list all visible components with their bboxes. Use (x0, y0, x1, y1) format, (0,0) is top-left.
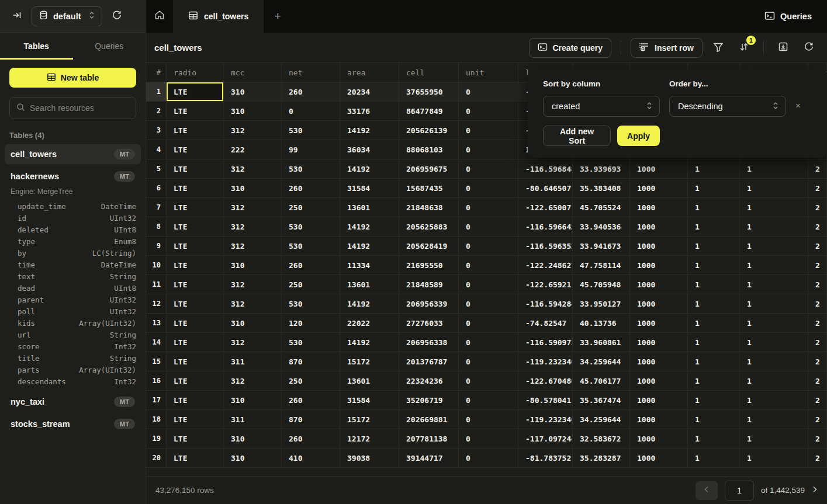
table-cell[interactable]: LTE (167, 429, 224, 449)
column-header[interactable]: mcc (224, 63, 282, 82)
download-button[interactable] (773, 38, 793, 58)
table-cell[interactable]: 310 (224, 449, 282, 468)
table-cell[interactable]: 0 (459, 333, 518, 352)
table-cell[interactable]: -122.670486 (518, 371, 573, 391)
table-cell[interactable]: 1 (688, 179, 740, 198)
table-cell[interactable]: 0 (459, 275, 518, 294)
table-cell[interactable]: 312 (224, 217, 282, 237)
table-cell[interactable]: 1 (688, 159, 740, 179)
table-cell[interactable]: 2 (808, 449, 827, 468)
table-cell[interactable]: 99 (282, 140, 340, 159)
table-cell[interactable]: -80.646507 (518, 179, 573, 198)
table-cell[interactable]: 0 (459, 159, 518, 179)
table-cell[interactable]: -122.248627 (518, 256, 573, 275)
table-cell[interactable]: 21848638 (399, 198, 459, 217)
table-cell[interactable]: 33.940536 (573, 217, 630, 237)
table-cell[interactable]: 21848589 (399, 275, 459, 294)
table-cell[interactable]: 14192 (340, 121, 399, 140)
table-cell[interactable]: 22022 (340, 314, 399, 333)
table-cell[interactable]: 1 (740, 333, 808, 352)
table-cell[interactable]: 45.705948 (573, 275, 630, 294)
table-cell[interactable]: 312 (224, 237, 282, 256)
table-cell[interactable]: 311 (224, 352, 282, 371)
table-cell[interactable]: 33.941673 (573, 237, 630, 256)
table-cell[interactable]: LTE (167, 217, 224, 237)
table-cell[interactable]: 312 (224, 294, 282, 314)
table-cell[interactable]: 2 (808, 275, 827, 294)
sidebar-item-nyc-taxi[interactable]: nyc_taxi MT (5, 392, 141, 412)
table-cell[interactable]: 530 (282, 121, 340, 140)
table-cell[interactable]: 310 (224, 429, 282, 449)
refresh-databases-button[interactable] (108, 8, 126, 25)
table-cell[interactable]: -116.596642 (518, 217, 573, 237)
table-cell[interactable]: 15687435 (399, 179, 459, 198)
sort-order-select[interactable]: Descending (669, 96, 786, 117)
table-cell[interactable]: 205625883 (399, 217, 459, 237)
table-cell[interactable]: -122.65007 (518, 198, 573, 217)
table-cell[interactable]: 530 (282, 333, 340, 352)
table-cell[interactable]: 1000 (630, 429, 688, 449)
table-cell[interactable]: 310 (224, 102, 282, 121)
table-cell[interactable]: 12172 (340, 429, 399, 449)
table-cell[interactable]: 1000 (630, 371, 688, 391)
table-cell[interactable]: 1000 (630, 217, 688, 237)
table-cell[interactable]: LTE (167, 159, 224, 179)
table-cell[interactable]: 34.259644 (573, 352, 630, 371)
column-header[interactable]: cell (399, 63, 459, 82)
create-query-button[interactable]: Create query (529, 38, 612, 58)
table-cell[interactable]: 14192 (340, 333, 399, 352)
table-cell[interactable]: 530 (282, 159, 340, 179)
table-cell[interactable]: LTE (167, 140, 224, 159)
table-cell[interactable]: -81.783752 (518, 449, 573, 468)
collapse-sidebar-button[interactable] (8, 8, 26, 25)
table-cell[interactable]: -119.232346 (518, 352, 573, 371)
table-cell[interactable]: 1000 (630, 275, 688, 294)
table-cell[interactable]: 1 (740, 429, 808, 449)
table-cell[interactable]: 870 (282, 352, 340, 371)
table-cell[interactable]: 1 (688, 391, 740, 410)
column-header[interactable]: net (282, 63, 340, 82)
table-cell[interactable]: 1 (688, 294, 740, 314)
new-tab-button[interactable]: + (264, 0, 292, 33)
table-cell[interactable]: 0 (459, 449, 518, 468)
table-cell[interactable]: 1 (688, 429, 740, 449)
table-cell[interactable]: 0 (459, 294, 518, 314)
table-cell[interactable]: 1 (740, 294, 808, 314)
table-cell[interactable]: 2 (808, 429, 827, 449)
table-cell[interactable]: 34.259644 (573, 410, 630, 429)
table-cell[interactable]: 1 (688, 275, 740, 294)
table-cell[interactable]: 312 (224, 198, 282, 217)
table-cell[interactable]: 13601 (340, 371, 399, 391)
tab-home[interactable] (146, 0, 173, 33)
table-cell[interactable]: 37655950 (399, 82, 459, 102)
table-cell[interactable]: 14192 (340, 159, 399, 179)
table-cell[interactable]: 1000 (630, 256, 688, 275)
table-cell[interactable]: 2 (808, 371, 827, 391)
new-table-button[interactable]: New table (9, 68, 136, 88)
table-cell[interactable]: 310 (224, 82, 282, 102)
table-cell[interactable]: 1000 (630, 449, 688, 468)
table-cell[interactable]: 2 (808, 159, 827, 179)
search-input[interactable] (30, 103, 129, 113)
table-cell[interactable]: 33.960861 (573, 333, 630, 352)
table-cell[interactable]: 22324236 (399, 371, 459, 391)
sidebar-tab-queries[interactable]: Queries (73, 33, 146, 60)
apply-sort-button[interactable]: Apply (617, 126, 660, 146)
table-cell[interactable]: 1 (688, 449, 740, 468)
table-cell[interactable]: 1 (740, 217, 808, 237)
sidebar-item-stocks-stream[interactable]: stocks_stream MT (5, 414, 141, 434)
table-cell[interactable]: 1000 (630, 333, 688, 352)
table-cell[interactable]: 35.283287 (573, 449, 630, 468)
table-cell[interactable]: 31584 (340, 391, 399, 410)
table-cell[interactable]: 1 (688, 198, 740, 217)
table-cell[interactable]: -116.590973 (518, 333, 573, 352)
table-cell[interactable]: 1000 (630, 294, 688, 314)
table-cell[interactable]: 1000 (630, 237, 688, 256)
table-cell[interactable]: 2 (808, 237, 827, 256)
table-cell[interactable]: 40.13736 (573, 314, 630, 333)
tab-cell-towers[interactable]: cell_towers (173, 0, 264, 33)
table-cell[interactable]: 47.758114 (573, 256, 630, 275)
table-cell[interactable]: 1 (688, 314, 740, 333)
sort-column-select[interactable]: created (543, 96, 660, 117)
table-cell[interactable]: 88068103 (399, 140, 459, 159)
